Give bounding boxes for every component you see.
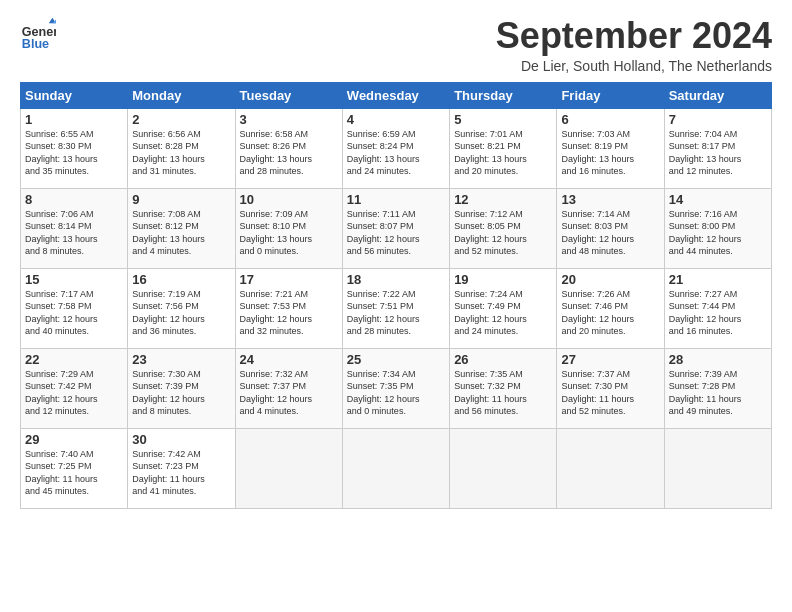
day-info: Sunrise: 7:35 AM Sunset: 7:32 PM Dayligh… — [454, 368, 552, 418]
calendar-header-row: SundayMondayTuesdayWednesdayThursdayFrid… — [21, 82, 772, 108]
day-info: Sunrise: 7:27 AM Sunset: 7:44 PM Dayligh… — [669, 288, 767, 338]
day-number: 5 — [454, 112, 552, 127]
day-info: Sunrise: 6:59 AM Sunset: 8:24 PM Dayligh… — [347, 128, 445, 178]
day-cell: 6Sunrise: 7:03 AM Sunset: 8:19 PM Daylig… — [557, 108, 664, 188]
day-number: 25 — [347, 352, 445, 367]
day-cell: 25Sunrise: 7:34 AM Sunset: 7:35 PM Dayli… — [342, 348, 449, 428]
day-cell: 1Sunrise: 6:55 AM Sunset: 8:30 PM Daylig… — [21, 108, 128, 188]
day-info: Sunrise: 7:40 AM Sunset: 7:25 PM Dayligh… — [25, 448, 123, 498]
day-number: 4 — [347, 112, 445, 127]
header-wednesday: Wednesday — [342, 82, 449, 108]
day-cell: 28Sunrise: 7:39 AM Sunset: 7:28 PM Dayli… — [664, 348, 771, 428]
day-info: Sunrise: 7:14 AM Sunset: 8:03 PM Dayligh… — [561, 208, 659, 258]
day-cell — [450, 428, 557, 508]
logo: General Blue — [20, 16, 56, 52]
day-number: 16 — [132, 272, 230, 287]
day-cell: 11Sunrise: 7:11 AM Sunset: 8:07 PM Dayli… — [342, 188, 449, 268]
day-cell — [664, 428, 771, 508]
day-cell — [235, 428, 342, 508]
day-cell: 8Sunrise: 7:06 AM Sunset: 8:14 PM Daylig… — [21, 188, 128, 268]
day-info: Sunrise: 7:29 AM Sunset: 7:42 PM Dayligh… — [25, 368, 123, 418]
header-saturday: Saturday — [664, 82, 771, 108]
day-number: 8 — [25, 192, 123, 207]
header-tuesday: Tuesday — [235, 82, 342, 108]
logo-icon: General Blue — [20, 16, 56, 52]
day-info: Sunrise: 7:34 AM Sunset: 7:35 PM Dayligh… — [347, 368, 445, 418]
day-cell: 26Sunrise: 7:35 AM Sunset: 7:32 PM Dayli… — [450, 348, 557, 428]
day-number: 2 — [132, 112, 230, 127]
week-row-4: 22Sunrise: 7:29 AM Sunset: 7:42 PM Dayli… — [21, 348, 772, 428]
day-number: 12 — [454, 192, 552, 207]
day-info: Sunrise: 7:09 AM Sunset: 8:10 PM Dayligh… — [240, 208, 338, 258]
day-number: 17 — [240, 272, 338, 287]
day-number: 18 — [347, 272, 445, 287]
day-cell: 12Sunrise: 7:12 AM Sunset: 8:05 PM Dayli… — [450, 188, 557, 268]
header-monday: Monday — [128, 82, 235, 108]
day-number: 24 — [240, 352, 338, 367]
day-info: Sunrise: 7:04 AM Sunset: 8:17 PM Dayligh… — [669, 128, 767, 178]
calendar-page: General Blue September 2024 De Lier, Sou… — [0, 0, 792, 519]
day-info: Sunrise: 6:58 AM Sunset: 8:26 PM Dayligh… — [240, 128, 338, 178]
day-cell: 4Sunrise: 6:59 AM Sunset: 8:24 PM Daylig… — [342, 108, 449, 188]
day-cell: 3Sunrise: 6:58 AM Sunset: 8:26 PM Daylig… — [235, 108, 342, 188]
day-info: Sunrise: 7:26 AM Sunset: 7:46 PM Dayligh… — [561, 288, 659, 338]
day-number: 10 — [240, 192, 338, 207]
day-info: Sunrise: 7:37 AM Sunset: 7:30 PM Dayligh… — [561, 368, 659, 418]
month-title: September 2024 — [496, 16, 772, 56]
day-cell: 7Sunrise: 7:04 AM Sunset: 8:17 PM Daylig… — [664, 108, 771, 188]
day-cell: 16Sunrise: 7:19 AM Sunset: 7:56 PM Dayli… — [128, 268, 235, 348]
day-cell: 9Sunrise: 7:08 AM Sunset: 8:12 PM Daylig… — [128, 188, 235, 268]
day-cell: 29Sunrise: 7:40 AM Sunset: 7:25 PM Dayli… — [21, 428, 128, 508]
week-row-2: 8Sunrise: 7:06 AM Sunset: 8:14 PM Daylig… — [21, 188, 772, 268]
day-number: 9 — [132, 192, 230, 207]
day-cell: 21Sunrise: 7:27 AM Sunset: 7:44 PM Dayli… — [664, 268, 771, 348]
day-number: 11 — [347, 192, 445, 207]
day-number: 7 — [669, 112, 767, 127]
day-number: 27 — [561, 352, 659, 367]
svg-text:Blue: Blue — [22, 37, 49, 51]
day-number: 13 — [561, 192, 659, 207]
day-info: Sunrise: 7:16 AM Sunset: 8:00 PM Dayligh… — [669, 208, 767, 258]
day-info: Sunrise: 7:42 AM Sunset: 7:23 PM Dayligh… — [132, 448, 230, 498]
day-info: Sunrise: 7:22 AM Sunset: 7:51 PM Dayligh… — [347, 288, 445, 338]
calendar-table: SundayMondayTuesdayWednesdayThursdayFrid… — [20, 82, 772, 509]
day-info: Sunrise: 7:17 AM Sunset: 7:58 PM Dayligh… — [25, 288, 123, 338]
day-number: 14 — [669, 192, 767, 207]
day-info: Sunrise: 7:11 AM Sunset: 8:07 PM Dayligh… — [347, 208, 445, 258]
day-number: 29 — [25, 432, 123, 447]
day-cell — [342, 428, 449, 508]
day-cell: 2Sunrise: 6:56 AM Sunset: 8:28 PM Daylig… — [128, 108, 235, 188]
day-number: 26 — [454, 352, 552, 367]
location-subtitle: De Lier, South Holland, The Netherlands — [496, 58, 772, 74]
day-number: 1 — [25, 112, 123, 127]
header-sunday: Sunday — [21, 82, 128, 108]
day-cell: 22Sunrise: 7:29 AM Sunset: 7:42 PM Dayli… — [21, 348, 128, 428]
day-cell: 20Sunrise: 7:26 AM Sunset: 7:46 PM Dayli… — [557, 268, 664, 348]
week-row-1: 1Sunrise: 6:55 AM Sunset: 8:30 PM Daylig… — [21, 108, 772, 188]
header-friday: Friday — [557, 82, 664, 108]
header-thursday: Thursday — [450, 82, 557, 108]
day-number: 28 — [669, 352, 767, 367]
day-cell: 19Sunrise: 7:24 AM Sunset: 7:49 PM Dayli… — [450, 268, 557, 348]
day-info: Sunrise: 7:39 AM Sunset: 7:28 PM Dayligh… — [669, 368, 767, 418]
day-cell: 18Sunrise: 7:22 AM Sunset: 7:51 PM Dayli… — [342, 268, 449, 348]
week-row-5: 29Sunrise: 7:40 AM Sunset: 7:25 PM Dayli… — [21, 428, 772, 508]
day-number: 22 — [25, 352, 123, 367]
day-info: Sunrise: 7:19 AM Sunset: 7:56 PM Dayligh… — [132, 288, 230, 338]
day-cell: 14Sunrise: 7:16 AM Sunset: 8:00 PM Dayli… — [664, 188, 771, 268]
day-cell: 24Sunrise: 7:32 AM Sunset: 7:37 PM Dayli… — [235, 348, 342, 428]
day-cell: 15Sunrise: 7:17 AM Sunset: 7:58 PM Dayli… — [21, 268, 128, 348]
day-info: Sunrise: 7:32 AM Sunset: 7:37 PM Dayligh… — [240, 368, 338, 418]
day-cell: 10Sunrise: 7:09 AM Sunset: 8:10 PM Dayli… — [235, 188, 342, 268]
day-number: 23 — [132, 352, 230, 367]
day-cell — [557, 428, 664, 508]
week-row-3: 15Sunrise: 7:17 AM Sunset: 7:58 PM Dayli… — [21, 268, 772, 348]
day-cell: 30Sunrise: 7:42 AM Sunset: 7:23 PM Dayli… — [128, 428, 235, 508]
day-info: Sunrise: 7:01 AM Sunset: 8:21 PM Dayligh… — [454, 128, 552, 178]
day-number: 6 — [561, 112, 659, 127]
day-number: 20 — [561, 272, 659, 287]
day-info: Sunrise: 7:21 AM Sunset: 7:53 PM Dayligh… — [240, 288, 338, 338]
day-number: 21 — [669, 272, 767, 287]
day-number: 30 — [132, 432, 230, 447]
day-number: 3 — [240, 112, 338, 127]
